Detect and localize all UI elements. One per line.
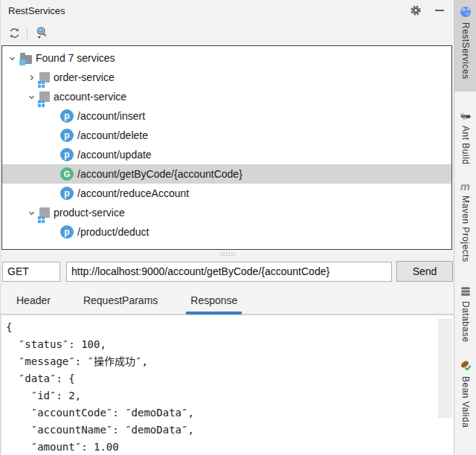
tree-row-account-reduce[interactable]: p /account/reduceAccount [2, 184, 451, 203]
chevron-right-icon[interactable] [28, 74, 36, 82]
refresh-icon[interactable] [7, 26, 22, 41]
tree-row-label: Found 7 services [36, 52, 115, 64]
chevron-down-icon[interactable] [28, 209, 36, 217]
tree-row-label: /account/update [77, 149, 152, 161]
sidebar-item-ant-build[interactable]: Ant Build [454, 105, 476, 165]
main-content: RestServices [0, 0, 454, 455]
tab-response[interactable]: Response [188, 294, 239, 314]
restservices-globe-icon [459, 5, 472, 19]
sidebar-item-database[interactable]: Database [454, 280, 476, 342]
response-line: ″message″: ″操作成功″, [6, 353, 454, 370]
gear-icon[interactable] [408, 3, 423, 18]
post-method-icon: p [60, 225, 74, 239]
response-body: { ″status″: 100, ″message″: ″操作成功″, ″dat… [1, 314, 454, 455]
response-line: ″data″: { [6, 370, 454, 387]
sidebar-item-maven-projects[interactable]: m Maven Projects [454, 176, 476, 262]
right-tool-buttons: RestServices Ant Build m Maven Projects [454, 0, 476, 455]
sidebar-item-label: Database [460, 301, 471, 342]
services-tree: Found 7 services order-service account-s… [1, 45, 452, 250]
tab-header[interactable]: Header [14, 294, 53, 314]
service-module-icon [39, 72, 50, 83]
sidebar-item-restservices[interactable]: RestServices [454, 0, 476, 91]
request-bar: Send [1, 259, 454, 284]
response-line: ″status″: 100, [6, 336, 454, 353]
method-input[interactable] [2, 262, 60, 282]
splitter-grip-icon [220, 252, 235, 256]
url-input[interactable] [66, 262, 392, 282]
tree-row-label: product-service [54, 207, 125, 219]
tree-row-label: /account/reduceAccount [77, 187, 189, 199]
tree-row-label: order-service [54, 71, 115, 83]
sidebar-item-label: Bean Valida [460, 376, 471, 427]
horizontal-splitter[interactable] [1, 250, 454, 259]
response-line: ″id″: 2, [6, 387, 454, 404]
search-icon[interactable] [34, 26, 49, 41]
service-module-icon [39, 91, 50, 102]
toolbar [1, 21, 454, 45]
database-icon [460, 285, 472, 297]
tool-window-header: RestServices [1, 0, 454, 21]
sidebar-item-label: RestServices [460, 22, 471, 80]
sidebar-item-label: Maven Projects [460, 196, 471, 262]
sidebar-item-label: Ant Build [460, 126, 471, 165]
services-folder-icon [20, 55, 32, 64]
tree-row-label: /account/getByCode/{accountCode} [77, 168, 242, 180]
tree-row-label: account-service [54, 91, 126, 103]
chevron-down-icon[interactable] [8, 54, 16, 62]
tree-row-account-delete[interactable]: p /account/delete [2, 126, 451, 145]
restservices-tool-window: RestServices [0, 0, 476, 455]
post-method-icon: p [60, 129, 74, 142]
response-scrollbar[interactable] [438, 319, 452, 418]
tree-row-product-service[interactable]: product-service [2, 203, 451, 222]
maven-m-icon: m [460, 181, 470, 192]
tree-row-label: /account/insert [77, 110, 145, 122]
tree-row-account-insert[interactable]: p /account/insert [2, 106, 451, 126]
minimize-icon[interactable] [432, 3, 447, 18]
tree-row-label: /product/deduct [77, 226, 149, 238]
response-line: ″accountCode″: ″demoData″, [6, 404, 454, 422]
tree-row-account-service[interactable]: account-service [2, 87, 451, 106]
chevron-down-icon[interactable] [28, 93, 36, 101]
post-method-icon: p [60, 109, 74, 123]
response-line: ″accountName″: ″demoData″, [6, 422, 454, 439]
post-method-icon: p [60, 187, 74, 200]
toolbar-separator [27, 28, 28, 39]
tree-row-account-update[interactable]: p /account/update [2, 145, 451, 164]
bean-icon [459, 359, 472, 372]
result-tabs: Header RequestParams Response [1, 285, 454, 314]
tree-row-order-service[interactable]: order-service [2, 68, 451, 87]
ant-icon [460, 110, 472, 122]
response-line: ″amount″: 1.00 [6, 439, 454, 455]
tree-row-label: /account/delete [77, 129, 148, 141]
tree-row-product-deduct[interactable]: p /product/deduct [2, 222, 451, 242]
get-method-icon: G [60, 167, 74, 181]
tree-row-account-getbycode-selected[interactable]: G /account/getByCode/{accountCode} [2, 164, 451, 184]
response-line: { [6, 319, 454, 336]
post-method-icon: p [60, 148, 74, 161]
service-module-icon [39, 207, 50, 218]
page-title: RestServices [8, 5, 65, 16]
tab-requestparams[interactable]: RequestParams [81, 294, 160, 314]
sidebar-item-bean-validation[interactable]: Bean Valida [454, 354, 476, 427]
tree-row-found-services[interactable]: Found 7 services [2, 48, 451, 68]
send-button[interactable]: Send [396, 261, 453, 282]
